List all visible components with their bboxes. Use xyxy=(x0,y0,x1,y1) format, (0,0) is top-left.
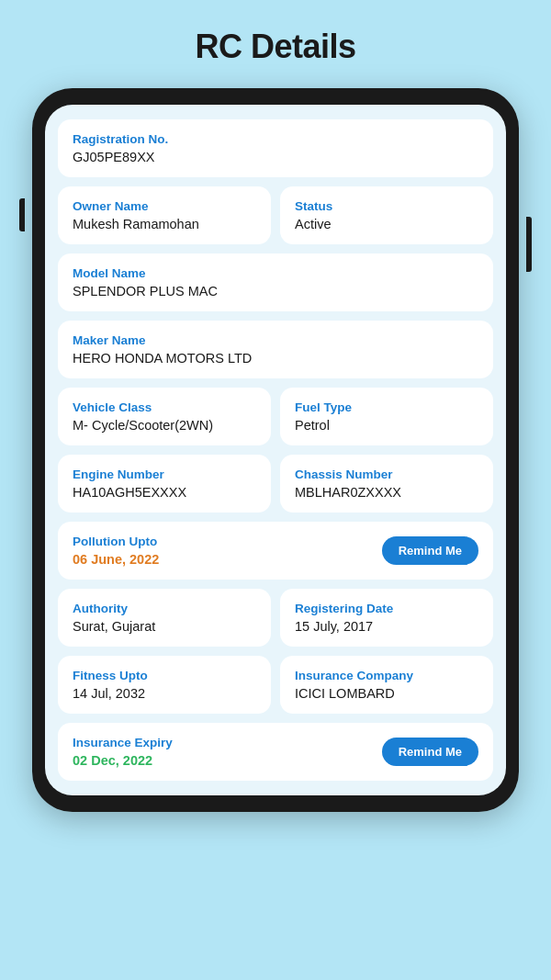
status-value: Active xyxy=(295,217,478,231)
fitness-card: Fitness Upto 14 Jul, 2032 xyxy=(58,656,271,714)
pollution-remind-row: Pollution Upto 06 June, 2022 Remind Me xyxy=(73,535,478,567)
registering-date-label: Registering Date xyxy=(295,602,478,615)
engine-value: HA10AGH5EXXXX xyxy=(73,485,256,500)
authority-card: Authority Surat, Gujarat xyxy=(58,589,271,647)
pollution-label: Pollution Upto xyxy=(73,535,159,548)
vehicle-class-label: Vehicle Class xyxy=(73,400,256,414)
vehicle-class-card: Vehicle Class M- Cycle/Scooter(2WN) xyxy=(58,388,271,445)
chassis-label: Chassis Number xyxy=(295,467,478,481)
authority-registering-row: Authority Surat, Gujarat Registering Dat… xyxy=(58,589,493,647)
owner-label: Owner Name xyxy=(73,199,256,213)
insurance-expiry-value: 02 Dec, 2022 xyxy=(73,753,173,768)
fitness-value: 14 Jul, 2032 xyxy=(73,686,256,701)
maker-value: HERO HONDA MOTORS LTD xyxy=(73,351,478,366)
page-title: RC Details xyxy=(195,28,355,66)
owner-value: Mukesh Ramamohan xyxy=(73,217,256,231)
pollution-card: Pollution Upto 06 June, 2022 Remind Me xyxy=(58,522,493,580)
insurance-expiry-card: Insurance Expiry 02 Dec, 2022 Remind Me xyxy=(58,723,493,781)
registration-label: Ragistration No. xyxy=(73,132,478,146)
status-label: Status xyxy=(295,199,478,213)
owner-card: Owner Name Mukesh Ramamohan xyxy=(58,186,271,244)
maker-label: Maker Name xyxy=(73,333,478,347)
status-card: Status Active xyxy=(280,186,493,244)
fuel-type-value: Petrol xyxy=(295,418,478,433)
insurance-expiry-remind-row: Insurance Expiry 02 Dec, 2022 Remind Me xyxy=(73,736,478,768)
model-card: Model Name SPLENDOR PLUS MAC xyxy=(58,253,493,311)
chassis-card: Chassis Number MBLHAR0ZXXXX xyxy=(280,455,493,513)
engine-chassis-row: Engine Number HA10AGH5EXXXX Chassis Numb… xyxy=(58,455,493,513)
fitness-label: Fitness Upto xyxy=(73,669,256,682)
model-value: SPLENDOR PLUS MAC xyxy=(73,284,478,299)
remind-me-button-1[interactable]: Remind Me xyxy=(382,536,478,565)
model-label: Model Name xyxy=(73,266,478,280)
insurance-company-label: Insurance Company xyxy=(295,669,478,682)
insurance-expiry-label: Insurance Expiry xyxy=(73,736,173,749)
fuel-type-card: Fuel Type Petrol xyxy=(280,388,493,445)
owner-status-row: Owner Name Mukesh Ramamohan Status Activ… xyxy=(58,186,493,244)
remind-me-button-2[interactable]: Remind Me xyxy=(382,738,478,766)
pollution-text-block: Pollution Upto 06 June, 2022 xyxy=(73,535,159,567)
engine-card: Engine Number HA10AGH5EXXXX xyxy=(58,455,271,513)
insurance-expiry-text-block: Insurance Expiry 02 Dec, 2022 xyxy=(73,736,173,768)
pollution-value: 06 June, 2022 xyxy=(73,552,159,567)
insurance-company-card: Insurance Company ICICI LOMBARD xyxy=(280,656,493,714)
phone-screen: Ragistration No. GJ05PE89XX Owner Name M… xyxy=(45,105,506,795)
authority-label: Authority xyxy=(73,602,256,615)
vehicle-fuel-row: Vehicle Class M- Cycle/Scooter(2WN) Fuel… xyxy=(58,388,493,445)
insurance-company-value: ICICI LOMBARD xyxy=(295,686,478,701)
registration-value: GJ05PE89XX xyxy=(73,150,478,164)
fuel-type-label: Fuel Type xyxy=(295,400,478,414)
vehicle-class-value: M- Cycle/Scooter(2WN) xyxy=(73,418,256,433)
registering-date-card: Registering Date 15 July, 2017 xyxy=(280,589,493,647)
registering-date-value: 15 July, 2017 xyxy=(295,619,478,634)
authority-value: Surat, Gujarat xyxy=(73,619,256,634)
fitness-insurance-row: Fitness Upto 14 Jul, 2032 Insurance Comp… xyxy=(58,656,493,714)
maker-card: Maker Name HERO HONDA MOTORS LTD xyxy=(58,321,493,378)
registration-card: Ragistration No. GJ05PE89XX xyxy=(58,119,493,177)
phone-frame: Ragistration No. GJ05PE89XX Owner Name M… xyxy=(32,88,519,812)
engine-label: Engine Number xyxy=(73,467,256,481)
chassis-value: MBLHAR0ZXXXX xyxy=(295,485,478,500)
